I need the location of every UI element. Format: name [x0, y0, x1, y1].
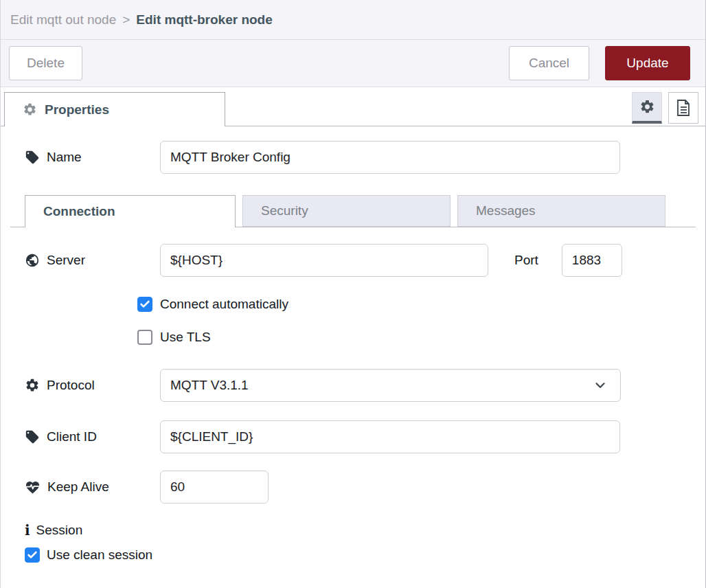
tag-icon [25, 150, 40, 165]
tag-icon [25, 429, 40, 444]
port-label: Port [514, 253, 538, 268]
tab-properties[interactable]: Properties [4, 92, 225, 126]
globe-icon [25, 253, 40, 268]
protocol-selected-value: MQTT V3.1.1 [170, 378, 593, 393]
chevron-down-icon [593, 378, 608, 393]
properties-panel: Name Connection Security Messages Server… [1, 141, 705, 563]
client-id-label: Client ID [10, 429, 160, 444]
breadcrumb-separator: > [122, 12, 130, 27]
keep-alive-row: Keep Alive [10, 471, 696, 504]
tab-messages[interactable]: Messages [457, 195, 665, 227]
broker-tab-bar: Connection Security Messages [10, 195, 696, 227]
protocol-row: Protocol MQTT V3.1.1 [10, 369, 696, 402]
server-row: Server Port [10, 244, 696, 277]
name-row: Name [10, 141, 696, 174]
page-title: Edit mqtt-broker node [136, 12, 272, 27]
protocol-label: Protocol [10, 378, 160, 393]
name-label-text: Name [47, 150, 82, 165]
document-icon [675, 99, 692, 117]
connect-automatically-label[interactable]: Connect automatically [160, 297, 288, 312]
use-tls-checkbox[interactable] [137, 330, 152, 345]
connect-automatically-checkbox[interactable] [137, 297, 152, 312]
keep-alive-label: Keep Alive [10, 479, 160, 495]
use-tls-row: Use TLS [137, 330, 696, 345]
clean-session-label[interactable]: Use clean session [47, 547, 152, 563]
dialog-toolbar: Delete Cancel Update [1, 40, 705, 87]
tab-security[interactable]: Security [242, 195, 451, 227]
update-button[interactable]: Update [605, 46, 690, 80]
keep-alive-input[interactable] [160, 471, 269, 504]
breadcrumb-parent[interactable]: Edit mqtt out node [10, 12, 116, 27]
client-id-row: Client ID [10, 420, 696, 453]
protocol-select[interactable]: MQTT V3.1.1 [160, 369, 621, 402]
server-input[interactable] [160, 244, 488, 277]
client-id-label-text: Client ID [47, 429, 97, 444]
editor-icon-group [632, 92, 698, 124]
client-id-input[interactable] [160, 420, 620, 453]
clean-session-row: Use clean session [25, 547, 696, 563]
properties-tab-label: Properties [45, 102, 109, 117]
dialog-header: Edit mqtt out node > Edit mqtt-broker no… [1, 0, 705, 40]
cancel-button[interactable]: Cancel [509, 46, 589, 80]
heartbeat-icon [25, 479, 41, 495]
use-tls-label[interactable]: Use TLS [160, 330, 211, 345]
delete-button[interactable]: Delete [9, 46, 82, 80]
name-input[interactable] [160, 141, 620, 174]
check-icon [27, 550, 38, 561]
gear-icon [25, 378, 40, 393]
name-label: Name [10, 150, 160, 165]
gear-icon [23, 102, 37, 117]
description-toggle-button[interactable] [668, 92, 698, 124]
info-icon: i [25, 523, 30, 537]
gear-icon [639, 99, 655, 115]
server-label: Server [10, 253, 160, 268]
properties-toggle-button[interactable] [632, 92, 662, 124]
connect-automatically-row: Connect automatically [137, 297, 696, 312]
editor-tab-bar: Properties [1, 87, 705, 126]
protocol-label-text: Protocol [47, 378, 95, 393]
edit-mqtt-broker-dialog: Edit mqtt out node > Edit mqtt-broker no… [0, 0, 706, 588]
tab-connection[interactable]: Connection [25, 195, 236, 227]
keep-alive-label-text: Keep Alive [47, 479, 109, 495]
session-label-text: Session [36, 523, 83, 538]
session-heading: i Session [25, 523, 696, 538]
port-input[interactable] [562, 244, 622, 277]
check-icon [139, 299, 150, 310]
server-label-text: Server [47, 253, 85, 268]
clean-session-checkbox[interactable] [25, 547, 40, 563]
